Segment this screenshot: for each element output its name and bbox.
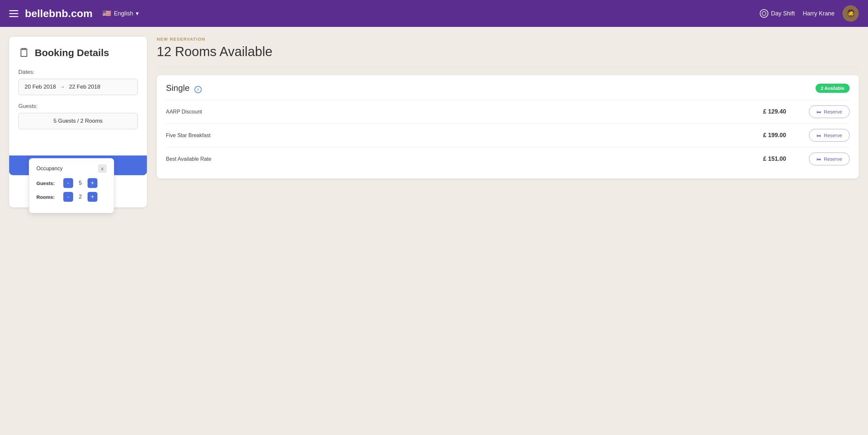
booking-title: Booking Details <box>35 47 109 58</box>
bed-icon-2: 🛏 <box>816 156 821 162</box>
guests-selector[interactable]: 5 Guests / 2 Rooms <box>18 113 138 129</box>
date-to: 22 Feb 2018 <box>69 84 100 90</box>
guests-label: Guests: <box>18 103 138 110</box>
rate-price-0: £ 129.40 <box>763 108 809 115</box>
guests-counter-row: Guests: - 5 + <box>36 178 106 188</box>
date-from: 20 Feb 2018 <box>25 84 56 90</box>
rooms-increment-button[interactable]: + <box>88 192 97 202</box>
main-content: 🗒 Booking Details Dates: 20 Feb 2018 → 2… <box>0 27 868 435</box>
rooms-decrement-button[interactable]: - <box>63 192 73 202</box>
rate-name-2: Best Available Rate <box>166 156 763 162</box>
language-selector[interactable]: 🇺🇸 English ▾ <box>102 9 139 18</box>
guests-counter-label: Guests: <box>36 180 59 186</box>
rate-price-2: £ 151.00 <box>763 155 809 163</box>
divider <box>157 67 859 67</box>
guests-increment-button[interactable]: + <box>88 178 97 188</box>
guests-decrement-button[interactable]: - <box>63 178 73 188</box>
rate-row-0: AARP Discount £ 129.40 🛏 Reserve <box>166 100 850 123</box>
hamburger-menu[interactable] <box>9 10 18 17</box>
app-header: bellebnb.com 🇺🇸 English ▾ Day Shift Harr… <box>0 0 868 27</box>
guests-count-value: 5 <box>77 180 84 186</box>
user-name: Harry Krane <box>803 10 835 17</box>
room-card-header: Single i 2 Available <box>166 83 850 93</box>
booking-details-panel: 🗒 Booking Details Dates: 20 Feb 2018 → 2… <box>9 37 147 207</box>
rooms-counter-label: Rooms: <box>36 194 59 200</box>
language-label: English <box>114 10 133 17</box>
rooms-count-value: 2 <box>77 194 84 200</box>
reserve-label-0: Reserve <box>824 109 842 115</box>
avatar[interactable]: 🧔 <box>842 5 859 22</box>
dates-label: Dates: <box>18 69 138 76</box>
reserve-label-2: Reserve <box>824 156 842 162</box>
right-panel: NEW RESERVATION 12 Rooms Available Singl… <box>157 37 859 425</box>
shift-indicator[interactable]: Day Shift <box>760 9 795 18</box>
room-type-header-left: Single i <box>166 83 202 93</box>
rate-price-1: £ 199.00 <box>763 132 809 139</box>
popup-header: Occupancy x <box>36 164 106 173</box>
shift-label: Day Shift <box>771 10 795 17</box>
rooms-counter-row: Rooms: - 2 + <box>36 192 106 202</box>
new-reservation-label: NEW RESERVATION <box>157 37 859 42</box>
room-type-name: Single <box>166 83 189 93</box>
reserve-button-2[interactable]: 🛏 Reserve <box>809 152 850 165</box>
info-icon[interactable]: i <box>194 86 202 93</box>
close-popup-button[interactable]: x <box>98 164 106 173</box>
occupancy-title: Occupancy <box>36 166 63 172</box>
rate-row-2: Best Available Rate £ 151.00 🛏 Reserve <box>166 147 850 171</box>
booking-icon: 🗒 <box>18 46 30 60</box>
date-range-picker[interactable]: 20 Feb 2018 → 22 Feb 2018 <box>18 79 138 95</box>
reserve-label-1: Reserve <box>824 133 842 138</box>
bed-icon-0: 🛏 <box>816 109 821 115</box>
chevron-down-icon: ▾ <box>136 10 139 17</box>
reserve-button-1[interactable]: 🛏 Reserve <box>809 129 850 142</box>
logo[interactable]: bellebnb.com <box>25 7 92 20</box>
booking-header: 🗒 Booking Details <box>18 46 138 60</box>
flag-icon: 🇺🇸 <box>102 9 111 18</box>
rooms-available-title: 12 Rooms Available <box>157 44 859 59</box>
room-card-single: Single i 2 Available AARP Discount £ 129… <box>157 75 859 178</box>
occupancy-popup: Occupancy x Guests: - 5 + Rooms: - 2 + <box>29 158 114 213</box>
reserve-button-0[interactable]: 🛏 Reserve <box>809 105 850 118</box>
available-badge: 2 Available <box>815 84 850 93</box>
shift-icon <box>760 9 768 18</box>
rate-name-0: AARP Discount <box>166 109 763 115</box>
rate-name-1: Five Star Breakfast <box>166 133 763 139</box>
date-arrow-icon: → <box>60 84 65 90</box>
header-right: Day Shift Harry Krane 🧔 <box>760 5 859 22</box>
rate-row-1: Five Star Breakfast £ 199.00 🛏 Reserve <box>166 123 850 147</box>
bed-icon-1: 🛏 <box>816 133 821 138</box>
